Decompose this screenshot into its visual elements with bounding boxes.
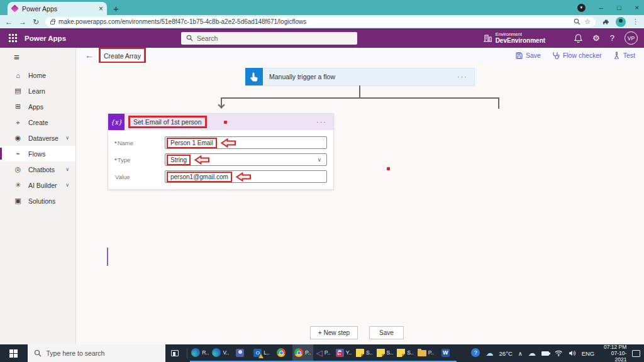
onedrive-cloud-icon[interactable]: ☁ [528, 349, 536, 358]
browser-tab-bar: Power Apps × + ▾ – □ × [0, 0, 644, 15]
taskbar-app-word[interactable]: W [436, 344, 457, 362]
set-variable-action-card[interactable]: {x} Set Email of 1st person ··· *Name Pe… [108, 113, 334, 190]
edge-icon [191, 348, 200, 357]
sidebar-item-create[interactable]: + Create [0, 114, 75, 130]
system-tray: ☁ 26°C ∧ ☁ ENG 07:12 PM 07-10-2021 [486, 344, 644, 362]
chevron-down-icon[interactable]: ∨ [65, 135, 69, 141]
sidebar-item-solutions[interactable]: ▣ Solutions [0, 193, 75, 209]
browser-tab[interactable]: Power Apps × [8, 2, 107, 15]
connector-line [359, 85, 360, 98]
tab-close-icon[interactable]: × [99, 4, 103, 13]
help-bubble-icon: ? [471, 348, 480, 357]
window-maximize-button[interactable]: □ [617, 4, 621, 11]
language-indicator[interactable]: ENG [582, 350, 595, 357]
taskbar-app-get-help[interactable]: ? [465, 344, 486, 362]
sidebar-item-label: Dataverse [28, 134, 58, 142]
action-card-body: *Name Person 1 Email *Type String [108, 130, 333, 189]
sidebar-item-label: Solutions [28, 197, 55, 205]
task-view-button[interactable] [165, 344, 184, 362]
action-menu-ellipsis[interactable]: ··· [316, 118, 327, 126]
extensions-puzzle-icon[interactable] [602, 18, 609, 26]
sidebar-item-dataverse[interactable]: ◉ Dataverse ∨ [0, 130, 75, 146]
sidebar-item-learn[interactable]: ▤ Learn [0, 83, 75, 99]
taskbar-app-chrome-active[interactable]: P.. [292, 344, 313, 362]
weather-cloud-icon[interactable]: ☁ [486, 349, 494, 358]
sticky-note-icon [377, 349, 385, 357]
tab-search-icon[interactable]: ▾ [577, 4, 586, 12]
sidebar-item-flows[interactable]: ⌁ Flows [0, 146, 75, 162]
chevron-down-icon[interactable]: ∨ [65, 167, 69, 172]
taskbar-app-edge[interactable]: V.. [210, 344, 231, 362]
user-avatar[interactable]: VP [625, 31, 638, 45]
taskbar-app-outlook[interactable]: OL.. [252, 344, 272, 362]
taskbar-app-teams[interactable] [231, 344, 252, 362]
notifications-bell-icon[interactable] [574, 34, 582, 43]
taskbar-app-visual-studio[interactable]: ◁P.. [313, 344, 334, 362]
url-bar[interactable]: make.powerapps.com/environments/51e8f47c… [45, 17, 596, 27]
hamburger-menu-icon[interactable]: ≡ [0, 48, 75, 67]
taskbar-app-sticky-notes[interactable]: S.. [354, 344, 375, 362]
flow-command-bar: ← Create Array Save Flow checker [76, 48, 644, 63]
annotation-arrow-icon [194, 155, 209, 165]
volume-icon[interactable] [569, 350, 576, 356]
window-minimize-button[interactable]: – [599, 4, 603, 11]
browser-menu-kebab-icon[interactable]: ⋮ [632, 18, 639, 26]
url-text[interactable]: make.powerapps.com/environments/51e8f47c… [58, 18, 570, 25]
flow-save-button[interactable]: Save [369, 326, 404, 339]
new-tab-button[interactable]: + [113, 3, 119, 14]
taskbar-app-chrome[interactable] [272, 344, 292, 362]
sidebar-item-apps[interactable]: ⊞ Apps [0, 99, 75, 114]
taskbar-search-input[interactable]: Type here to search [28, 344, 166, 362]
tab-title: Power Apps [22, 5, 95, 13]
trigger-menu-ellipsis[interactable]: ··· [457, 73, 468, 80]
refresh-icon[interactable]: ↻ [33, 18, 39, 26]
start-button[interactable] [0, 344, 28, 362]
text-caret [107, 248, 108, 266]
taskbar-clock[interactable]: 07:12 PM 07-10-2021 [600, 344, 626, 362]
forward-icon[interactable]: → [19, 18, 26, 26]
taskbar-app-sticky-notes[interactable]: S.. [395, 344, 416, 362]
search-input[interactable]: Search [181, 32, 357, 45]
window-close-button[interactable]: × [635, 4, 639, 11]
name-input[interactable]: Person 1 Email [165, 136, 327, 149]
taskbar-app-teams-badged[interactable]: 9+Y.. [333, 344, 354, 362]
help-icon[interactable]: ? [610, 33, 614, 43]
chevron-down-icon[interactable]: ∨ [65, 182, 69, 188]
taskbar-app-edge[interactable]: R.. [190, 344, 211, 362]
environment-name: DevEnvironment [496, 37, 545, 44]
app-title: Power Apps [25, 35, 66, 42]
action-card-header[interactable]: {x} Set Email of 1st person ··· [108, 114, 333, 130]
weather-temperature[interactable]: 26°C [499, 350, 513, 357]
browser-profile-avatar[interactable] [616, 17, 626, 27]
sidebar-item-home[interactable]: ⌂ Home [0, 67, 75, 83]
notification-badge: 9+ [336, 352, 343, 356]
value-value: person1@gmail.com [170, 173, 228, 180]
action-center-icon[interactable] [632, 350, 640, 357]
battery-icon[interactable] [541, 351, 550, 356]
waffle-icon[interactable] [9, 34, 17, 42]
flow-designer-canvas[interactable]: Manually trigger a flow ··· {x} Set Emai… [76, 63, 644, 344]
manual-trigger-icon [245, 68, 263, 85]
annotation-red-dot [387, 167, 390, 170]
back-arrow-icon[interactable]: ← [85, 50, 94, 60]
value-input[interactable]: person1@gmail.com [165, 170, 327, 183]
flow-checker-button[interactable]: Flow checker [552, 52, 602, 59]
dropdown-chevron-icon[interactable]: ∨ [317, 156, 321, 163]
settings-gear-icon[interactable]: ⚙ [592, 33, 600, 43]
sidebar-item-chatbots[interactable]: ◎ Chatbots ∨ [0, 162, 75, 177]
taskbar-app-folder[interactable]: P.. [416, 344, 436, 362]
environment-picker[interactable]: Environment DevEnvironment [484, 32, 545, 44]
back-icon[interactable]: ← [5, 18, 13, 26]
new-step-button[interactable]: + New step [310, 326, 358, 339]
teams-person-icon: 9+ [336, 349, 344, 357]
taskbar-app-sticky-notes[interactable]: S.. [374, 344, 395, 362]
type-select[interactable]: String ∨ [165, 153, 327, 166]
wifi-icon[interactable] [555, 350, 563, 356]
test-button[interactable]: Test [613, 52, 635, 59]
bookmark-star-icon[interactable]: ☆ [584, 18, 591, 26]
sidebar-item-ai-builder[interactable]: ✳ AI Builder ∨ [0, 177, 75, 193]
save-button[interactable]: Save [516, 52, 541, 59]
trigger-card[interactable]: Manually trigger a flow ··· [245, 68, 475, 85]
zoom-icon[interactable] [574, 18, 580, 25]
tray-chevron-up-icon[interactable]: ∧ [518, 350, 523, 357]
